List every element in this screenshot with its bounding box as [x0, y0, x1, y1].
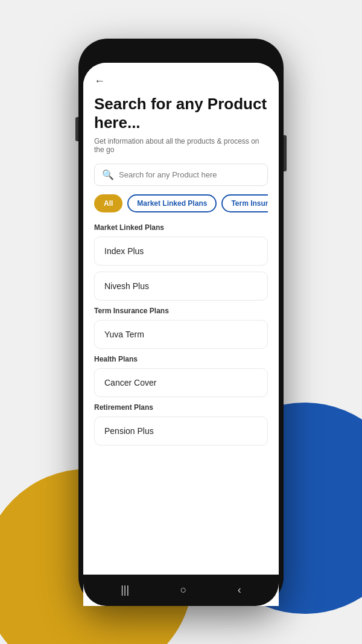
section-term-insurance: Term Insurance Plans Yuva Term: [94, 307, 268, 349]
product-name-pension-plus: Pension Plus: [104, 426, 154, 436]
page-subtitle: Get information about all the products &…: [94, 137, 268, 154]
page-title: Search for any Product here...: [94, 95, 268, 132]
nav-menu-icon[interactable]: |||: [121, 584, 129, 596]
section-market-linked: Market Linked Plans Index Plus Nivesh Pl…: [94, 223, 268, 301]
product-card-index-plus[interactable]: Index Plus: [94, 237, 268, 266]
product-card-cancer-cover[interactable]: Cancer Cover: [94, 368, 268, 397]
bottom-nav-bar: ||| ○ ‹: [83, 575, 279, 606]
product-name-yuva-term: Yuva Term: [104, 330, 144, 339]
product-name-index-plus: Index Plus: [104, 246, 144, 256]
nav-home-icon[interactable]: ○: [180, 584, 187, 596]
phone-top: [83, 45, 279, 63]
product-card-pension-plus[interactable]: Pension Plus: [94, 416, 268, 445]
tab-term-insurance[interactable]: Term Insurance: [221, 194, 268, 212]
product-card-yuva-term[interactable]: Yuva Term: [94, 320, 268, 349]
product-card-nivesh-plus[interactable]: Nivesh Plus: [94, 272, 268, 301]
section-header-retirement-plans: Retirement Plans: [94, 403, 268, 412]
tab-all[interactable]: All: [94, 194, 122, 212]
screen: ← Search for any Product here... Get inf…: [83, 63, 279, 606]
screen-content: ← Search for any Product here... Get inf…: [83, 63, 279, 575]
section-header-term-insurance: Term Insurance Plans: [94, 307, 268, 315]
section-header-market-linked: Market Linked Plans: [94, 223, 268, 232]
notch: [151, 45, 211, 56]
section-health-plans: Health Plans Cancer Cover: [94, 355, 268, 397]
product-name-cancer-cover: Cancer Cover: [104, 378, 156, 387]
phone-shell: ← Search for any Product here... Get inf…: [78, 39, 284, 606]
search-icon: 🔍: [102, 169, 114, 180]
tab-market-linked[interactable]: Market Linked Plans: [127, 194, 217, 212]
search-input[interactable]: [119, 170, 260, 179]
section-header-health-plans: Health Plans: [94, 355, 268, 363]
product-name-nivesh-plus: Nivesh Plus: [104, 281, 149, 291]
section-retirement-plans: Retirement Plans Pension Plus: [94, 403, 268, 445]
filter-tabs: All Market Linked Plans Term Insurance: [94, 194, 268, 212]
search-bar[interactable]: 🔍: [94, 164, 268, 186]
sections-container: Market Linked Plans Index Plus Nivesh Pl…: [94, 223, 268, 445]
nav-back-icon[interactable]: ‹: [238, 584, 241, 596]
back-button[interactable]: ←: [94, 75, 268, 88]
